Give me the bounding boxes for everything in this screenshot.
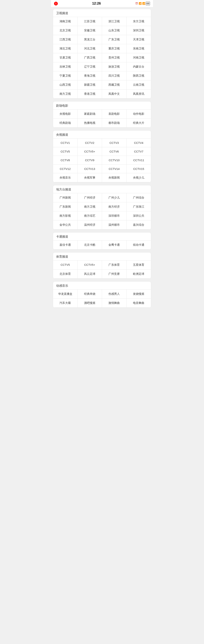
channel-item[interactable]: CCTV5 [53,147,78,156]
channel-item[interactable]: 贵州卫视 [102,53,127,62]
channel-item[interactable]: 凤凰资讯 [127,90,151,98]
channel-item[interactable]: 动作电影 [127,110,151,118]
channel-item[interactable]: 黑龙江台 [78,35,102,44]
channel-item[interactable]: 激情舞曲 [102,298,127,308]
channel-item[interactable]: CCTV4 [127,138,151,147]
channel-item[interactable]: 甘肃卫视 [53,53,78,62]
channel-item[interactable]: 央视少儿 [127,173,151,182]
channel-item[interactable]: 青海卫视 [78,71,102,80]
channel-item[interactable]: 旅游卫视 [102,62,127,71]
channel-item[interactable]: 经典大片 [127,118,151,128]
channel-item[interactable]: 广东珠江 [127,202,151,212]
channel-item[interactable]: 南方卫视 [78,202,102,212]
channel-item[interactable]: CCTV6 [102,147,127,156]
channel-item[interactable]: 经典剧场 [53,118,78,128]
channel-item[interactable]: 湖北卫视 [53,44,78,53]
channel-item[interactable]: CCTV12 [53,164,78,173]
channel-item[interactable]: 北京卫视 [53,26,78,35]
channel-item[interactable]: 央视音乐 [53,173,78,182]
channel-item[interactable]: CCTV14 [102,164,127,173]
channel-item[interactable]: 东南卫视 [127,44,151,53]
channel-item[interactable]: CCTV5+ [78,147,102,156]
channel-item[interactable]: CCTV7 [127,147,151,156]
channel-item[interactable]: 风云足球 [78,270,102,278]
channel-item[interactable]: 江苏卫视 [78,17,102,26]
channel-item[interactable]: 云南卫视 [127,80,151,90]
channel-item[interactable]: 喜剧电影 [102,110,127,118]
channel-item[interactable]: CCTV3 [102,138,127,147]
channel-item[interactable]: 宁夏卫视 [53,71,78,80]
channel-item[interactable]: CCTV1 [53,138,78,147]
channel-item[interactable]: 山东卫视 [102,26,127,35]
channel-item[interactable]: 东方卫视 [127,17,151,26]
channel-item[interactable]: 央视新闻 [102,173,127,182]
channel-item[interactable]: 发烧慢摇 [127,290,151,298]
channel-item[interactable]: 广州少儿 [102,193,127,202]
channel-item[interactable]: 电音舞曲 [127,298,151,308]
channel-item[interactable]: 天津卫视 [127,35,151,44]
channel-item[interactable]: 广州新闻 [53,193,78,202]
channel-item[interactable]: 北京卡酷 [78,240,102,250]
channel-item[interactable]: 四川卫视 [102,71,127,80]
channel-item[interactable]: 欧洲足球 [127,270,151,278]
channel-item[interactable]: 广东体育 [102,260,127,270]
channel-item[interactable]: 西藏卫视 [102,80,127,90]
channel-item[interactable]: 辽宁卫视 [78,62,102,71]
channel-item[interactable]: 南方卫视 [53,90,78,98]
channel-item[interactable]: 浙江卫视 [102,17,127,26]
channel-item[interactable]: 嘉兴综合 [127,220,151,230]
channel-item[interactable]: 广东新闻 [53,202,78,212]
channel-item[interactable]: 湖南卫视 [53,17,78,26]
channel-item[interactable]: 温州都市 [102,220,127,230]
channel-item[interactable]: 五星体育 [127,260,151,270]
channel-item[interactable]: 深圳公共 [127,212,151,220]
channel-item[interactable]: 吉林卫视 [53,62,78,71]
channel-item[interactable]: CCTV15 [127,164,151,173]
channel-item[interactable]: 内蒙古台 [127,62,151,71]
channel-item[interactable]: 伤感男人 [102,290,127,298]
channel-item[interactable]: 广州经济 [78,193,102,202]
channel-item[interactable]: 温州经济 [78,220,102,230]
channel-item[interactable]: 南方影视 [53,212,78,220]
channel-item[interactable]: 酒吧慢摇 [78,298,102,308]
channel-item[interactable]: CCTV13 [78,164,102,173]
channel-item[interactable]: 南方经济 [102,202,127,212]
channel-item[interactable]: 金鹰卡通 [102,240,127,250]
channel-item[interactable]: 华龙直播盒 [53,290,78,298]
channel-item[interactable]: CCTV2 [78,138,102,147]
channel-item[interactable]: 安徽卫视 [78,26,102,35]
channel-item[interactable]: 央视军事 [78,173,102,182]
channel-item[interactable]: 经典串烧 [78,290,102,298]
channel-item[interactable]: CCTV11 [127,156,151,164]
channel-item[interactable]: 河南卫视 [127,53,151,62]
channel-item[interactable]: 炫动卡通 [127,240,151,250]
channel-item[interactable]: 河北卫视 [78,44,102,53]
channel-item[interactable]: CCTV9 [78,156,102,164]
channel-item[interactable]: 嘉佳卡通 [53,240,78,250]
channel-item[interactable]: CCTV8 [53,156,78,164]
channel-item[interactable]: 广西卫视 [78,53,102,62]
channel-item[interactable]: 广州竞赛 [102,270,127,278]
channel-item[interactable]: 山西卫视 [53,80,78,90]
channel-item[interactable]: CCTV5 [53,260,78,270]
channel-item[interactable]: 央视电影 [53,110,78,118]
channel-item[interactable]: 新疆卫视 [78,80,102,90]
channel-item[interactable]: 重庆卫视 [102,44,127,53]
channel-item[interactable]: 广东卫视 [102,35,127,44]
channel-item[interactable]: 热播电视 [78,118,102,128]
channel-item[interactable]: 深圳卫视 [127,26,151,35]
channel-item[interactable]: 都市剧场 [102,118,127,128]
channel-item[interactable]: 南方综艺 [78,212,102,220]
channel-item[interactable]: 金华公共 [53,220,78,230]
channel-item[interactable]: 陕西卫视 [127,71,151,80]
channel-item[interactable]: CCTV5+ [78,260,102,270]
channel-item[interactable]: CCTV10 [102,156,127,164]
channel-item[interactable]: 凤凰中文 [102,90,127,98]
channel-item[interactable]: 北京体育 [53,270,78,278]
channel-item[interactable]: 汽车大碟 [53,298,78,308]
channel-item[interactable]: 家庭剧场 [78,110,102,118]
channel-item[interactable]: 江西卫视 [53,35,78,44]
channel-item[interactable]: 广州综合 [127,193,151,202]
channel-item[interactable]: 香港卫视 [78,90,102,98]
channel-item[interactable]: 深圳都市 [102,212,127,220]
